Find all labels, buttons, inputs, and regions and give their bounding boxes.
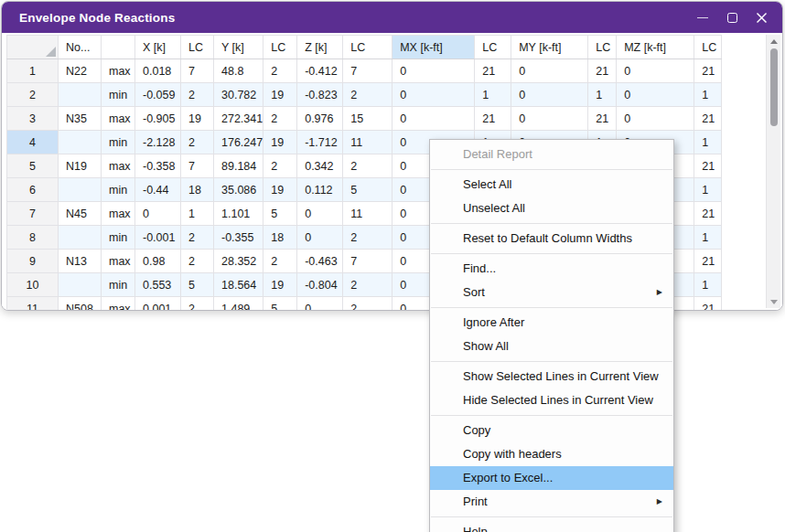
table-cell[interactable]: -0.059: [135, 83, 181, 107]
table-cell[interactable]: max: [102, 59, 135, 83]
table-cell[interactable]: 21: [588, 59, 617, 83]
table-cell[interactable]: 0: [297, 297, 343, 312]
table-cell[interactable]: 0: [617, 83, 694, 107]
menu-item-select-all[interactable]: Select All: [430, 173, 673, 197]
menu-item-export-to-excel[interactable]: Export to Excel...: [430, 466, 673, 490]
menu-item-copy-with-headers[interactable]: Copy with headers: [430, 442, 673, 466]
table-cell[interactable]: max: [102, 297, 135, 312]
table-cell[interactable]: 1: [694, 178, 722, 202]
table-cell[interactable]: -0.355: [214, 226, 263, 250]
table-cell[interactable]: 0.342: [297, 154, 343, 178]
column-header-blank[interactable]: [102, 36, 135, 59]
column-header-no[interactable]: No...: [59, 36, 102, 59]
table-cell[interactable]: 18.564: [214, 273, 263, 297]
menu-item-unselect-all[interactable]: Unselect All: [430, 197, 673, 220]
table-cell[interactable]: 7: [181, 154, 214, 178]
table-cell[interactable]: 0: [511, 83, 588, 107]
table-cell[interactable]: 0.001: [135, 297, 181, 312]
column-header-lc[interactable]: LC: [181, 36, 214, 59]
column-header-lc[interactable]: LC: [694, 36, 722, 59]
row-number[interactable]: 9: [7, 250, 59, 273]
table-cell[interactable]: 1.489: [214, 297, 263, 312]
menu-item-find[interactable]: Find...: [430, 257, 673, 281]
table-cell[interactable]: 272.341: [214, 107, 263, 131]
table-cell[interactable]: 11: [343, 202, 392, 226]
table-cell[interactable]: 0: [392, 83, 475, 107]
table-cell[interactable]: 5: [263, 297, 297, 312]
table-cell[interactable]: 28.352: [214, 250, 263, 273]
table-cell[interactable]: [59, 273, 102, 297]
table-cell[interactable]: 19: [263, 83, 297, 107]
table-cell[interactable]: 2: [343, 297, 392, 312]
table-cell[interactable]: [59, 83, 102, 107]
table-cell[interactable]: 15: [343, 107, 392, 131]
table-cell[interactable]: 11: [343, 131, 392, 154]
menu-item-help[interactable]: Help...: [430, 520, 673, 532]
table-cell[interactable]: 1: [588, 83, 617, 107]
table-cell[interactable]: -1.712: [297, 131, 343, 154]
menu-item-show-selected-lines-in-current-view[interactable]: Show Selected Lines in Current View: [430, 365, 673, 388]
table-cell[interactable]: 2: [263, 59, 297, 83]
table-cell[interactable]: -0.463: [297, 250, 343, 273]
table-cell[interactable]: 0: [392, 107, 475, 131]
table-cell[interactable]: N35: [59, 107, 102, 131]
table-cell[interactable]: 2: [263, 107, 297, 131]
table-cell[interactable]: 1: [181, 202, 214, 226]
table-cell[interactable]: N13: [59, 250, 102, 273]
table-cell[interactable]: [59, 226, 102, 250]
table-cell[interactable]: 2: [181, 131, 214, 154]
table-cell[interactable]: 1: [694, 83, 722, 107]
table-cell[interactable]: 7: [343, 250, 392, 273]
column-header-lc[interactable]: LC: [475, 36, 511, 59]
table-cell[interactable]: 2: [263, 250, 297, 273]
table-cell[interactable]: 21: [694, 297, 722, 312]
menu-item-ignore-after[interactable]: Ignore After: [430, 311, 673, 335]
table-cell[interactable]: 21: [694, 202, 722, 226]
table-cell[interactable]: 0: [511, 107, 588, 131]
row-number[interactable]: 10: [7, 273, 59, 297]
table-cell[interactable]: 21: [694, 59, 722, 83]
table-cell[interactable]: 19: [263, 273, 297, 297]
menu-item-reset-to-default-column-widths[interactable]: Reset to Default Column Widths: [430, 227, 673, 250]
table-cell[interactable]: 0: [617, 107, 694, 131]
table-cell[interactable]: max: [102, 154, 135, 178]
table-cell[interactable]: 2: [181, 83, 214, 107]
table-cell[interactable]: 5: [181, 273, 214, 297]
table-cell[interactable]: [59, 131, 102, 154]
scroll-down-button[interactable]: [767, 295, 781, 308]
table-cell[interactable]: 0.112: [297, 178, 343, 202]
column-header-x-k[interactable]: X [k]: [135, 36, 181, 59]
menu-item-hide-selected-lines-in-current-view[interactable]: Hide Selected Lines in Current View: [430, 388, 673, 412]
table-cell[interactable]: 1.101: [214, 202, 263, 226]
table-cell[interactable]: 19: [263, 178, 297, 202]
table-cell[interactable]: N45: [59, 202, 102, 226]
table-cell[interactable]: 2: [181, 297, 214, 312]
column-header-mx-k-ft[interactable]: MX [k-ft]: [392, 36, 475, 59]
table-cell[interactable]: 176.247: [214, 131, 263, 154]
table-cell[interactable]: 2: [343, 273, 392, 297]
menu-item-show-all[interactable]: Show All: [430, 335, 673, 358]
table-cell[interactable]: 0.553: [135, 273, 181, 297]
scrollbar-thumb[interactable]: [770, 48, 778, 126]
row-number[interactable]: 1: [7, 59, 59, 83]
column-header-my-k-ft[interactable]: MY [k-ft]: [511, 36, 588, 59]
table-cell[interactable]: 1: [475, 83, 511, 107]
table-cell[interactable]: min: [102, 83, 135, 107]
row-number[interactable]: 5: [7, 154, 59, 178]
column-header-lc[interactable]: LC: [343, 36, 392, 59]
row-number[interactable]: 3: [7, 107, 59, 131]
table-cell[interactable]: -0.44: [135, 178, 181, 202]
table-cell[interactable]: 21: [694, 107, 722, 131]
row-number[interactable]: 6: [7, 178, 59, 202]
table-cell[interactable]: 21: [588, 107, 617, 131]
table-cell[interactable]: 7: [181, 59, 214, 83]
row-number[interactable]: 8: [7, 226, 59, 250]
table-cell[interactable]: 2: [181, 250, 214, 273]
table-cell[interactable]: 18: [263, 226, 297, 250]
table-cell[interactable]: 5: [343, 178, 392, 202]
table-cell[interactable]: 0.018: [135, 59, 181, 83]
table-cell[interactable]: 2: [343, 83, 392, 107]
table-cell[interactable]: 30.782: [214, 83, 263, 107]
table-cell[interactable]: min: [102, 273, 135, 297]
table-cell[interactable]: 18: [181, 178, 214, 202]
